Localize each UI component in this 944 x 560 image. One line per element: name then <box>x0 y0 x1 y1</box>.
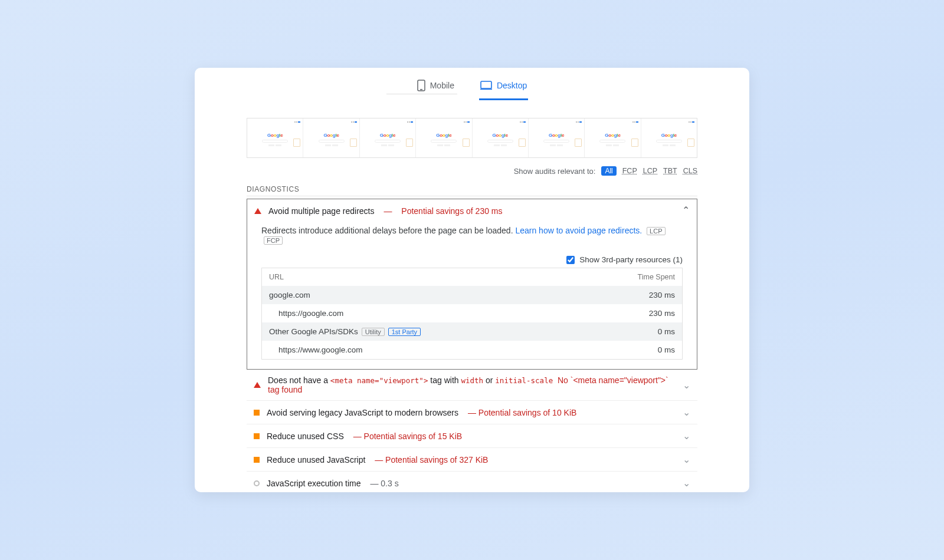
svg-rect-2 <box>481 81 491 88</box>
filmstrip: Google Google Google Google Google Googl… <box>247 118 697 158</box>
redirect-table: URL Time Spent google.com230 mshttps://g… <box>261 268 683 360</box>
filter-cls[interactable]: CLS <box>683 167 697 175</box>
filter-tbt[interactable]: TBT <box>663 167 677 175</box>
audit-row[interactable]: Reduce unused JavaScript — Potential sav… <box>247 448 697 472</box>
col-url: URL <box>262 268 582 286</box>
audit-list: Does not have a <meta name="viewport"> t… <box>247 370 697 492</box>
audit-redirects-body: Redirects introduce additional delays be… <box>247 222 697 369</box>
filter-all-pill[interactable]: All <box>601 166 616 176</box>
audit-redirects-savings: Potential savings of 230 ms <box>401 206 502 216</box>
filmstrip-frame: Google <box>585 118 641 157</box>
filmstrip-frame: Google <box>303 118 359 157</box>
filmstrip-frame: Google <box>641 118 697 157</box>
fail-triangle-icon <box>254 382 261 388</box>
audit-row[interactable]: Avoid serving legacy JavaScript to moder… <box>247 401 697 424</box>
filmstrip-frame: Google <box>360 118 416 157</box>
audit-redirects-header[interactable]: Avoid multiple page redirects — Potentia… <box>247 199 697 222</box>
chevron-down-icon: ⌄ <box>683 380 690 391</box>
audit-title: Reduce unused JavaScript <box>267 455 365 465</box>
chevron-down-icon: ⌄ <box>683 407 690 418</box>
tab-mobile-label: Mobile <box>430 81 454 90</box>
svg-rect-1 <box>420 89 422 90</box>
audit-redirects-card: Avoid multiple page redirects — Potentia… <box>247 199 697 370</box>
audit-row[interactable]: Does not have a <meta name="viewport"> t… <box>247 370 697 401</box>
audits-filter-label: Show audits relevant to: <box>514 167 596 176</box>
badge-lcp: LCP <box>647 227 665 235</box>
audit-row[interactable]: JavaScript execution time — 0.3 s⌄ <box>247 472 697 492</box>
filmstrip-frame: Google <box>473 118 529 157</box>
warn-square-icon <box>254 457 260 463</box>
tab-mobile[interactable]: Mobile <box>416 76 455 100</box>
diagnostics-heading: DIAGNOSTICS <box>247 185 697 196</box>
third-party-checkbox[interactable] <box>566 256 575 264</box>
audits-filter-row: Show audits relevant to: All FCP LCP TBT… <box>247 166 697 176</box>
warn-square-icon <box>254 410 260 416</box>
fail-triangle-icon <box>254 208 261 214</box>
svg-rect-3 <box>480 89 492 90</box>
filmstrip-frame: Google <box>416 118 472 157</box>
audit-redirects-desc: Redirects introduce additional delays be… <box>261 226 515 235</box>
warn-square-icon <box>254 433 260 439</box>
filmstrip-frame: Google <box>247 118 303 157</box>
filmstrip-frame: Google <box>529 118 585 157</box>
table-row: google.com230 ms <box>262 286 683 304</box>
report-card: Mobile Desktop Google Google Google Goog… <box>195 68 749 492</box>
audit-title: Does not have a <meta name="viewport"> t… <box>268 375 676 394</box>
audit-row[interactable]: Reduce unused CSS — Potential savings of… <box>247 424 697 448</box>
audit-title: Avoid serving legacy JavaScript to moder… <box>267 408 458 417</box>
mobile-icon <box>417 80 425 91</box>
decorative-separator <box>386 94 457 94</box>
filter-lcp[interactable]: LCP <box>643 167 657 175</box>
table-row: Other Google APIs/SDKsUtility1st Party0 … <box>262 322 683 341</box>
audit-title: Reduce unused CSS <box>267 431 344 441</box>
info-circle-icon <box>254 480 260 486</box>
table-row: https://www.google.com0 ms <box>262 341 683 360</box>
chevron-down-icon: ⌄ <box>683 454 690 465</box>
audit-redirects-title: Avoid multiple page redirects <box>268 206 375 216</box>
filter-fcp[interactable]: FCP <box>622 167 637 175</box>
tab-desktop[interactable]: Desktop <box>479 76 528 100</box>
badge-fcp: FCP <box>264 236 283 245</box>
chevron-up-icon: ⌃ <box>682 205 690 216</box>
audit-title: JavaScript execution time <box>267 479 361 488</box>
desktop-icon <box>480 81 492 90</box>
chevron-down-icon: ⌄ <box>683 430 690 442</box>
learn-more-link[interactable]: Learn how to avoid page redirects. <box>515 226 642 235</box>
report-body: Google Google Google Google Google Googl… <box>195 118 749 492</box>
table-row: https://google.com230 ms <box>262 304 683 322</box>
third-party-toggle-row: Show 3rd-party resources (1) <box>261 255 683 264</box>
tab-desktop-label: Desktop <box>497 81 527 90</box>
third-party-label: Show 3rd-party resources (1) <box>579 255 683 264</box>
chevron-down-icon: ⌄ <box>683 477 690 489</box>
device-tabs: Mobile Desktop <box>195 68 749 100</box>
col-time: Time Spent <box>582 268 683 286</box>
